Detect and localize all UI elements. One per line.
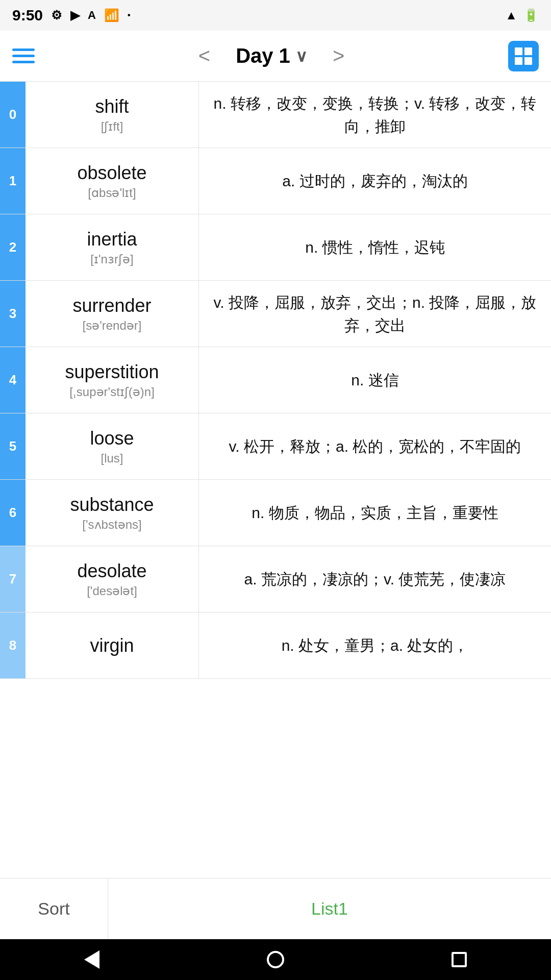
word-phonetic: ['sʌbstəns] [82, 518, 141, 532]
word-cell: shift[ʃɪft] [26, 82, 199, 148]
svg-rect-3 [524, 57, 532, 65]
word-text: substance [70, 494, 154, 516]
a-icon: A [88, 9, 96, 22]
row-index: 3 [0, 281, 26, 347]
definition-cell: a. 过时的，废弃的，淘汰的 [199, 148, 551, 214]
svg-rect-2 [515, 57, 522, 65]
sort-tab[interactable]: Sort [0, 878, 108, 939]
word-cell: desolate['desələt] [26, 546, 199, 612]
word-row[interactable]: 4superstition[ˌsupər'stɪʃ(ə)n]n. 迷信 [0, 347, 551, 413]
row-index: 4 [0, 347, 26, 413]
word-phonetic: ['desələt] [87, 584, 137, 598]
top-nav: < Day 1 ∨ > [0, 31, 551, 82]
word-text: surrender [72, 295, 151, 316]
play-icon: ▶ [70, 8, 80, 22]
row-index: 1 [0, 148, 26, 214]
status-left: 9:50 ⚙ ▶ A 📶 • [12, 7, 131, 24]
word-row[interactable]: 2inertia[ɪ'nɜrʃə]n. 惯性，惰性，迟钝 [0, 214, 551, 281]
signal-icon: ▲ [505, 8, 517, 22]
day-dropdown-icon: ∨ [295, 46, 307, 66]
row-index: 8 [0, 612, 26, 678]
word-text: virgin [90, 635, 134, 656]
back-button[interactable] [77, 944, 107, 975]
day-title[interactable]: Day 1 ∨ [236, 44, 307, 67]
word-phonetic: [ˌsupər'stɪʃ(ə)n] [69, 385, 155, 399]
word-text: superstition [65, 361, 159, 383]
definition-cell: n. 转移，改变，变换，转换；v. 转移，改变，转向，推卸 [199, 82, 551, 148]
row-index: 7 [0, 546, 26, 612]
word-cell: superstition[ˌsupər'stɪʃ(ə)n] [26, 347, 199, 413]
recent-button[interactable] [444, 944, 474, 975]
svg-rect-1 [524, 47, 532, 55]
word-phonetic: [ɪ'nɜrʃə] [90, 252, 133, 266]
prev-day-button[interactable]: < [193, 39, 215, 72]
word-row[interactable]: 7desolate['desələt]a. 荒凉的，凄凉的；v. 使荒芜，使凄凉 [0, 546, 551, 612]
status-right: ▲ 🔋 [505, 8, 539, 22]
word-phonetic: [sə'rendər] [83, 318, 142, 333]
word-row[interactable]: 5loose[lus]v. 松开，释放；a. 松的，宽松的，不牢固的 [0, 413, 551, 480]
definition-cell: v. 松开，释放；a. 松的，宽松的，不牢固的 [199, 413, 551, 479]
wifi-icon: 📶 [104, 8, 119, 22]
definition-cell: a. 荒凉的，凄凉的；v. 使荒芜，使凄凉 [199, 546, 551, 612]
word-list: 0shift[ʃɪft]n. 转移，改变，变换，转换；v. 转移，改变，转向，推… [0, 82, 551, 878]
word-cell: obsolete[ɑbsə'lɪt] [26, 148, 199, 214]
row-index: 2 [0, 214, 26, 280]
grid-icon [514, 46, 533, 66]
word-cell: substance['sʌbstəns] [26, 480, 199, 546]
word-text: loose [90, 428, 134, 449]
word-phonetic: [ʃɪft] [101, 119, 123, 134]
word-cell: inertia[ɪ'nɜrʃə] [26, 214, 199, 280]
word-cell: virgin [26, 612, 199, 678]
battery-icon: 🔋 [523, 8, 539, 22]
word-row[interactable]: 0shift[ʃɪft]n. 转移，改变，变换，转换；v. 转移，改变，转向，推… [0, 82, 551, 148]
gear-icon: ⚙ [51, 8, 62, 22]
word-cell: loose[lus] [26, 413, 199, 479]
word-phonetic: [lus] [101, 451, 123, 465]
word-row[interactable]: 1obsolete[ɑbsə'lɪt]a. 过时的，废弃的，淘汰的 [0, 148, 551, 214]
status-bar: 9:50 ⚙ ▶ A 📶 • ▲ 🔋 [0, 0, 551, 31]
svg-rect-0 [515, 47, 522, 55]
word-text: shift [95, 96, 129, 117]
list1-tab[interactable]: List1 [108, 878, 551, 939]
menu-button[interactable] [12, 48, 35, 63]
dot-icon: • [128, 11, 131, 20]
bottom-tabs: Sort List1 [0, 878, 551, 939]
word-text: obsolete [77, 162, 146, 184]
home-button[interactable] [260, 944, 291, 975]
definition-cell: n. 物质，物品，实质，主旨，重要性 [199, 480, 551, 546]
word-phonetic: [ɑbsə'lɪt] [88, 186, 136, 200]
word-row[interactable]: 8virginn. 处女，童男；a. 处女的， [0, 612, 551, 679]
android-nav-bar [0, 939, 551, 980]
row-index: 5 [0, 413, 26, 479]
next-day-button[interactable]: > [328, 39, 349, 72]
status-time: 9:50 [12, 7, 43, 24]
definition-cell: v. 投降，屈服，放弃，交出；n. 投降，屈服，放弃，交出 [199, 281, 551, 347]
definition-cell: n. 处女，童男；a. 处女的， [199, 612, 551, 678]
word-text: desolate [77, 560, 146, 582]
row-index: 0 [0, 82, 26, 148]
word-text: inertia [87, 229, 137, 250]
row-index: 6 [0, 480, 26, 546]
word-row[interactable]: 6substance['sʌbstəns]n. 物质，物品，实质，主旨，重要性 [0, 480, 551, 546]
definition-cell: n. 惯性，惰性，迟钝 [199, 214, 551, 280]
definition-cell: n. 迷信 [199, 347, 551, 413]
word-row[interactable]: 3surrender[sə'rendər]v. 投降，屈服，放弃，交出；n. 投… [0, 281, 551, 347]
grid-view-button[interactable] [508, 41, 539, 71]
word-cell: surrender[sə'rendər] [26, 281, 199, 347]
